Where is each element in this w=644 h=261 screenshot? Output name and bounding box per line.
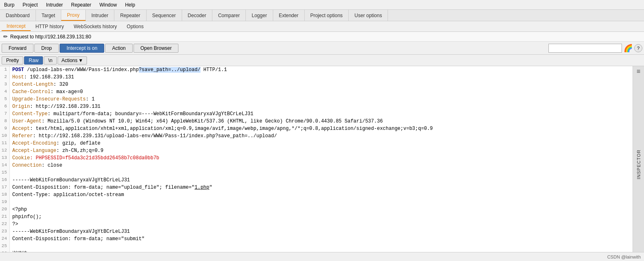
tab-http-history[interactable]: HTTP history bbox=[31, 22, 69, 31]
main-layout: Burp Project Intruder Repeater Window He… bbox=[0, 0, 644, 261]
line-number: 16 bbox=[0, 176, 10, 184]
line-number: 23 bbox=[0, 228, 10, 235]
statusbar-text: CSDN @lainwith bbox=[607, 254, 641, 259]
raw-button[interactable]: Raw bbox=[24, 56, 43, 65]
tab-repeater[interactable]: Repeater bbox=[114, 10, 146, 21]
menubar: Burp Project Intruder Repeater Window He… bbox=[0, 0, 644, 10]
line-number: 15 bbox=[0, 169, 10, 176]
menu-burp[interactable]: Burp bbox=[0, 1, 18, 9]
line-number: 22 bbox=[0, 221, 10, 228]
line-number: 8 bbox=[0, 118, 10, 125]
inspector-sidebar: ≡ INSPECTOR bbox=[633, 66, 644, 252]
line-content: Cache-Control: max-age=0 bbox=[10, 88, 633, 96]
pretty-button[interactable]: Pretty bbox=[2, 56, 23, 65]
request-url: Request to http://192.168.239.131:80 bbox=[10, 34, 91, 40]
line-number: 17 bbox=[0, 184, 10, 191]
menu-repeater[interactable]: Repeater bbox=[67, 1, 95, 9]
table-row: 12Accept-Language: zh-CN,zh;q=0.9 bbox=[0, 147, 633, 154]
tab-comparer[interactable]: Comparer bbox=[212, 10, 246, 21]
dropdown-icon: ▼ bbox=[78, 58, 83, 63]
menu-project[interactable]: Project bbox=[18, 1, 42, 9]
tab-logger[interactable]: Logger bbox=[246, 10, 273, 21]
line-number: 12 bbox=[0, 147, 10, 154]
table-row: 9Accept: text/html,application/xhtml+xml… bbox=[0, 125, 633, 132]
tab-options[interactable]: Options bbox=[122, 22, 148, 31]
line-number: 25 bbox=[0, 243, 10, 250]
tab-target[interactable]: Target bbox=[36, 10, 61, 21]
line-number: 1 bbox=[0, 66, 10, 74]
inspector-menu-icon[interactable]: ≡ bbox=[635, 66, 642, 77]
table-row: 25 bbox=[0, 243, 633, 250]
search-area: 🌈 ? bbox=[548, 44, 642, 53]
editor[interactable]: 1POST /upload-labs-env/WWW/Pass-11/index… bbox=[0, 66, 633, 252]
table-row: 16------WebKitFormBoundaryxaVJgYtBCrLeLJ… bbox=[0, 176, 633, 184]
table-row: 24Content-Disposition: form-data; name="… bbox=[0, 235, 633, 243]
line-number: 11 bbox=[0, 140, 10, 147]
line-number: 14 bbox=[0, 162, 10, 169]
table-row: 17Content-Disposition: form-data; name="… bbox=[0, 184, 633, 191]
tab-websockets-history[interactable]: WebSockets history bbox=[69, 22, 122, 31]
line-content: Cookie: PHPSESSID=f54da3c21d35bdd26458b7… bbox=[10, 154, 633, 162]
table-row: 6Origin: http://192.168.239.131 bbox=[0, 103, 633, 110]
rainbow-icon: 🌈 bbox=[624, 44, 633, 53]
table-row: 13Cookie: PHPSESSID=f54da3c21d35bdd26458… bbox=[0, 154, 633, 162]
line-content: <?php bbox=[10, 206, 633, 213]
help-icon[interactable]: ? bbox=[634, 44, 642, 52]
table-row: 21phpinfo(); bbox=[0, 213, 633, 221]
toolbar: Forward Drop Intercept is on Action Open… bbox=[0, 42, 644, 55]
request-header: ✏ Request to http://192.168.239.131:80 bbox=[0, 32, 644, 42]
tab-project-options[interactable]: Project options bbox=[305, 10, 349, 21]
line-number: 10 bbox=[0, 132, 10, 140]
table-row: 14Connection: close bbox=[0, 162, 633, 169]
tab-user-options[interactable]: User options bbox=[349, 10, 388, 21]
statusbar: CSDN @lainwith bbox=[0, 252, 644, 261]
line-content: Origin: http://192.168.239.131 bbox=[10, 103, 633, 110]
table-row: 23------WebKitFormBoundaryxaVJgYtBCrLeLJ… bbox=[0, 228, 633, 235]
table-row: 19 bbox=[0, 199, 633, 206]
action-button[interactable]: Action bbox=[105, 44, 132, 53]
tab-intruder[interactable]: Intruder bbox=[86, 10, 114, 21]
menu-intruder[interactable]: Intruder bbox=[42, 1, 67, 9]
table-row: 7Content-Type: multipart/form-data; boun… bbox=[0, 110, 633, 118]
table-row: 5Upgrade-Insecure-Requests: 1 bbox=[0, 96, 633, 103]
line-content: Content-Length: 320 bbox=[10, 81, 633, 88]
line-content: Content-Disposition: form-data; name="su… bbox=[10, 235, 633, 243]
line-content: Accept-Language: zh-CN,zh;q=0.9 bbox=[10, 147, 633, 154]
line-number: 5 bbox=[0, 96, 10, 103]
menu-window[interactable]: Window bbox=[95, 1, 121, 9]
line-number: 13 bbox=[0, 154, 10, 162]
table-row: 15 bbox=[0, 169, 633, 176]
line-content: ------WebKitFormBoundaryxaVJgYtBCrLeLJ31 bbox=[10, 228, 633, 235]
intercept-button[interactable]: Intercept is on bbox=[60, 44, 104, 53]
tab-dashboard[interactable]: Dashboard bbox=[0, 10, 36, 21]
table-row: 2Host: 192.168.239.131 bbox=[0, 74, 633, 81]
table-row: 1POST /upload-labs-env/WWW/Pass-11/index… bbox=[0, 66, 633, 74]
search-input[interactable] bbox=[548, 44, 622, 53]
drop-button[interactable]: Drop bbox=[34, 44, 59, 53]
line-number: 6 bbox=[0, 103, 10, 110]
tab-extender[interactable]: Extender bbox=[273, 10, 305, 21]
line-content: ?> bbox=[10, 221, 633, 228]
line-content: POST /upload-labs-env/WWW/Pass-11/index.… bbox=[10, 66, 633, 74]
actions-label: Actions bbox=[61, 58, 77, 63]
line-number: 3 bbox=[0, 81, 10, 88]
line-number: 19 bbox=[0, 199, 10, 206]
tab-intercept[interactable]: Intercept bbox=[2, 22, 31, 31]
line-content: Upgrade-Insecure-Requests: 1 bbox=[10, 96, 633, 103]
newline-button[interactable]: \n bbox=[44, 56, 57, 65]
actions-dropdown[interactable]: Actions ▼ bbox=[58, 56, 87, 65]
table-row: 11Accept-Encoding: gzip, deflate bbox=[0, 140, 633, 147]
tabbar-second: Intercept HTTP history WebSockets histor… bbox=[0, 21, 644, 32]
open-browser-button[interactable]: Open Browser bbox=[134, 44, 179, 53]
tab-sequencer[interactable]: Sequencer bbox=[147, 10, 182, 21]
line-content: Accept: text/html,application/xhtml+xml,… bbox=[10, 125, 633, 132]
table-row: 3Content-Length: 320 bbox=[0, 81, 633, 88]
tab-decoder[interactable]: Decoder bbox=[182, 10, 212, 21]
menu-help[interactable]: Help bbox=[121, 1, 139, 9]
forward-button[interactable]: Forward bbox=[2, 44, 33, 53]
line-content: Referer: http://192.168.239.131/upload-l… bbox=[10, 132, 633, 140]
line-content bbox=[10, 243, 633, 250]
tab-proxy[interactable]: Proxy bbox=[61, 10, 86, 21]
tabbar-top: Dashboard Target Proxy Intruder Repeater… bbox=[0, 10, 644, 21]
line-content: Content-Type: multipart/form-data; bound… bbox=[10, 110, 633, 118]
